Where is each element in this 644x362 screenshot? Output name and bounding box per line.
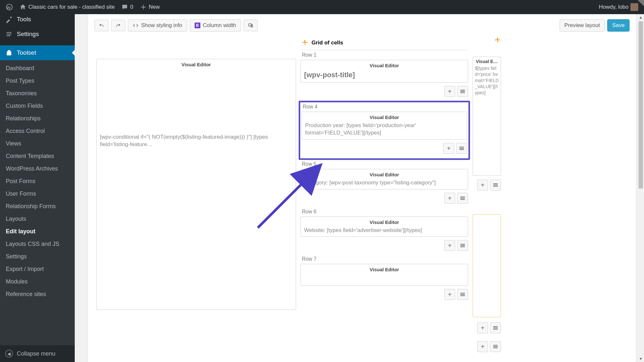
preview-button[interactable]: Preview layout bbox=[560, 19, 605, 32]
visual-editor-cell[interactable]: Visual Editor [wpv-post-title] bbox=[301, 60, 468, 83]
row-menu-button[interactable] bbox=[457, 193, 468, 204]
menu-icon bbox=[493, 344, 498, 349]
submenu-relationship-forms[interactable]: Relationship Forms bbox=[0, 200, 75, 213]
add-cell-button[interactable]: + bbox=[444, 240, 455, 251]
row-menu-button[interactable] bbox=[457, 240, 468, 251]
home-icon bbox=[19, 4, 26, 11]
submenu-post-types[interactable]: Post Types bbox=[0, 75, 75, 87]
row-menu-button[interactable] bbox=[456, 143, 467, 154]
submenu-views[interactable]: Views bbox=[0, 137, 75, 150]
row-actions: + bbox=[302, 141, 467, 158]
sidebar-settings[interactable]: Settings bbox=[0, 27, 75, 42]
row-actions: + bbox=[301, 191, 468, 208]
submenu-dashboard[interactable]: Dashboard bbox=[0, 62, 75, 75]
submenu-custom-fields[interactable]: Custom Fields bbox=[0, 100, 75, 112]
grid-column-right: Visual E… $[types field='price' format='… bbox=[473, 37, 501, 356]
row-menu-button[interactable] bbox=[490, 180, 501, 190]
submenu-layouts-css-js[interactable]: Layouts CSS and JS bbox=[0, 238, 75, 250]
row-menu-button[interactable] bbox=[457, 86, 468, 97]
new-link[interactable]: New bbox=[137, 0, 163, 14]
user-menu[interactable]: Howdy, lobo bbox=[596, 0, 641, 14]
submenu-modules[interactable]: Modules bbox=[0, 275, 75, 288]
visual-editor-cell[interactable]: Visual Editor bbox=[301, 264, 468, 286]
redo-button[interactable] bbox=[111, 20, 125, 31]
add-cell-button[interactable]: + bbox=[444, 86, 455, 97]
submenu-relationships[interactable]: Relationships bbox=[0, 112, 75, 125]
move-icon[interactable] bbox=[302, 40, 308, 46]
cell-content: Production year: [types field='productio… bbox=[305, 122, 464, 137]
submenu-user-forms[interactable]: User Forms bbox=[0, 188, 75, 200]
row-label: Row 5 bbox=[301, 160, 468, 169]
sidebar-item-label: Settings bbox=[17, 31, 39, 38]
wrench-icon bbox=[5, 15, 13, 23]
grid-header: Grid of cells bbox=[301, 37, 468, 50]
scroll-down-icon[interactable]: ▼ bbox=[638, 356, 644, 362]
submenu-content-templates[interactable]: Content Templates bbox=[0, 150, 75, 162]
add-cell-button[interactable]: + bbox=[444, 193, 455, 204]
menu-icon bbox=[460, 292, 465, 297]
visual-editor-cell[interactable]: Visual Editor Website: [types field='adv… bbox=[301, 217, 468, 237]
undo-button[interactable] bbox=[94, 20, 109, 31]
submenu-settings[interactable]: Settings bbox=[0, 250, 75, 263]
scroll-thumb[interactable] bbox=[639, 21, 643, 189]
cell-label: Visual Editor bbox=[304, 219, 465, 225]
grid-column-left: Visual Editor [wpv-conditional if="( NOT… bbox=[96, 37, 296, 356]
row-actions: + bbox=[473, 320, 501, 337]
avatar bbox=[630, 3, 638, 11]
move-icon[interactable] bbox=[495, 37, 501, 43]
plus-icon: + bbox=[447, 145, 451, 152]
submenu-wp-archives[interactable]: WordPress Archives bbox=[0, 162, 75, 175]
row-actions: + bbox=[473, 179, 501, 194]
row-menu-button[interactable] bbox=[490, 341, 501, 352]
editor-toolbar: Show styling info BColumn width Preview … bbox=[88, 14, 636, 35]
row-actions: + bbox=[301, 238, 468, 255]
layout-grid: Visual Editor [wpv-conditional if="( NOT… bbox=[88, 35, 636, 356]
visual-editor-cell[interactable]: Visual Editor Production year: [types fi… bbox=[302, 112, 467, 140]
visual-editor-cell[interactable]: Visual Editor Category: [wpv-post-taxono… bbox=[301, 169, 468, 190]
wp-logo[interactable] bbox=[3, 0, 16, 14]
row-actions: + bbox=[301, 84, 468, 101]
add-cell-button[interactable]: + bbox=[477, 180, 488, 190]
site-title: Classic cars for sale - classified site bbox=[28, 4, 115, 10]
toolset-submenu: Dashboard Post Types Taxonomies Custom F… bbox=[0, 60, 75, 345]
column-width-button[interactable]: BColumn width bbox=[190, 19, 241, 32]
row-label: Row 6 bbox=[301, 208, 468, 217]
row-label: Row 1 bbox=[301, 51, 468, 60]
sidebar-toolset[interactable]: Toolset bbox=[0, 45, 75, 60]
vertical-scrollbar[interactable]: ▲ ▼ bbox=[638, 14, 644, 362]
row-menu-button[interactable] bbox=[457, 289, 468, 300]
wordpress-icon bbox=[6, 4, 13, 11]
visual-editor-cell[interactable]: Visual E… $[types field='price' format='… bbox=[473, 57, 501, 176]
plus-icon bbox=[140, 4, 147, 11]
submenu-edit-layout[interactable]: Edit layout bbox=[0, 225, 75, 238]
row-menu-button[interactable] bbox=[490, 322, 501, 333]
responsive-button[interactable] bbox=[244, 20, 258, 31]
plus-icon: + bbox=[481, 343, 485, 350]
show-styling-button[interactable]: Show styling info bbox=[128, 19, 187, 32]
add-cell-button[interactable]: + bbox=[477, 322, 488, 333]
grid-header-label: Grid of cells bbox=[312, 40, 343, 46]
sliders-icon bbox=[5, 30, 13, 38]
save-button[interactable]: Save bbox=[607, 19, 630, 32]
submenu-reference-sites[interactable]: Reference sites bbox=[0, 288, 75, 301]
collapse-menu[interactable]: ◀ Collapse menu bbox=[0, 345, 75, 362]
visual-editor-cell[interactable]: Visual Editor [wpv-conditional if="( NOT… bbox=[96, 59, 296, 310]
add-cell-button[interactable]: + bbox=[443, 143, 454, 154]
collapse-label: Collapse menu bbox=[17, 350, 55, 357]
plus-icon: + bbox=[481, 325, 485, 331]
site-link[interactable]: Classic cars for sale - classified site bbox=[16, 0, 118, 14]
submenu-post-forms[interactable]: Post Forms bbox=[0, 175, 75, 188]
submenu-layouts[interactable]: Layouts bbox=[0, 213, 75, 225]
scroll-up-icon[interactable]: ▲ bbox=[638, 14, 644, 21]
add-cell-button[interactable]: + bbox=[477, 341, 488, 352]
submenu-export-import[interactable]: Export / Import bbox=[0, 263, 75, 275]
menu-icon bbox=[493, 326, 498, 330]
comments-link[interactable]: 0 bbox=[118, 0, 136, 14]
new-label: New bbox=[149, 4, 160, 10]
submenu-taxonomies[interactable]: Taxonomies bbox=[0, 87, 75, 100]
cell-content: [wpv-conditional if="( NOT(empty($(listi… bbox=[100, 134, 293, 148]
submenu-access-control[interactable]: Access Control bbox=[0, 125, 75, 137]
add-cell-button[interactable]: + bbox=[444, 289, 455, 300]
sidebar-tools[interactable]: Tools bbox=[0, 14, 75, 27]
empty-cell-placeholder[interactable] bbox=[473, 214, 501, 317]
